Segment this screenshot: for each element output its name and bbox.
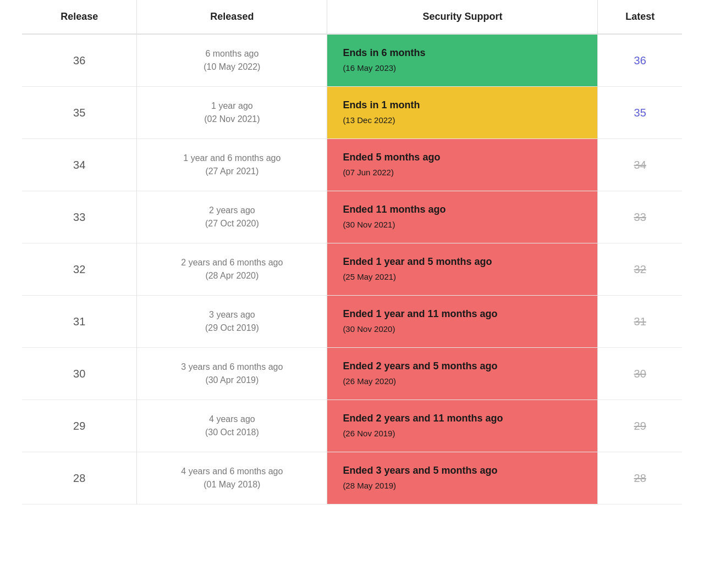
latest-link[interactable]: 35 bbox=[634, 107, 646, 119]
released-cell: 2 years ago(27 Oct 2020) bbox=[137, 191, 327, 243]
security-date: (30 Nov 2021) bbox=[343, 220, 395, 229]
security-cell: Ended 3 years and 5 months ago(28 May 20… bbox=[327, 452, 598, 504]
table-row: 366 months ago(10 May 2022)Ends in 6 mon… bbox=[22, 34, 682, 87]
released-cell: 1 year ago(02 Nov 2021) bbox=[137, 87, 327, 139]
security-date: (25 May 2021) bbox=[343, 272, 396, 281]
table-row: 294 years ago(30 Oct 2018)Ended 2 years … bbox=[22, 400, 682, 452]
security-main: Ended 2 years and 11 months ago bbox=[343, 413, 503, 424]
released-date: (27 Oct 2020) bbox=[205, 219, 259, 228]
released-date: (29 Oct 2019) bbox=[205, 323, 259, 332]
latest-cell: 34 bbox=[598, 139, 682, 191]
release-cell: 36 bbox=[22, 34, 137, 87]
table-row: 322 years and 6 months ago(28 Apr 2020)E… bbox=[22, 243, 682, 296]
released-cell: 6 months ago(10 May 2022) bbox=[137, 34, 327, 87]
security-main: Ended 5 months ago bbox=[343, 152, 440, 163]
release-cell: 31 bbox=[22, 296, 137, 348]
released-ago: 4 years ago bbox=[209, 414, 255, 424]
security-date: (30 Nov 2020) bbox=[343, 324, 395, 334]
released-ago: 2 years and 6 months ago bbox=[181, 258, 283, 267]
released-cell: 4 years ago(30 Oct 2018) bbox=[137, 400, 327, 452]
col-header-security: Security Support bbox=[327, 0, 598, 34]
latest-cell: 31 bbox=[598, 296, 682, 348]
released-ago: 3 years ago bbox=[209, 310, 255, 319]
released-ago: 2 years ago bbox=[209, 206, 255, 215]
security-date: (13 Dec 2022) bbox=[343, 115, 395, 125]
security-cell: Ended 2 years and 5 months ago(26 May 20… bbox=[327, 348, 598, 400]
released-cell: 2 years and 6 months ago(28 Apr 2020) bbox=[137, 243, 327, 296]
release-cell: 33 bbox=[22, 191, 137, 243]
security-cell: Ends in 6 months(16 May 2023) bbox=[327, 34, 598, 87]
released-date: (28 Apr 2020) bbox=[205, 271, 258, 280]
latest-cell[interactable]: 35 bbox=[598, 87, 682, 139]
release-cell: 28 bbox=[22, 452, 137, 504]
released-date: (30 Oct 2018) bbox=[205, 428, 259, 437]
col-header-released: Released bbox=[137, 0, 327, 34]
released-cell: 3 years and 6 months ago(30 Apr 2019) bbox=[137, 348, 327, 400]
latest-cell[interactable]: 36 bbox=[598, 34, 682, 87]
security-cell: Ended 11 months ago(30 Nov 2021) bbox=[327, 191, 598, 243]
table-row: 303 years and 6 months ago(30 Apr 2019)E… bbox=[22, 348, 682, 400]
released-date: (01 May 2018) bbox=[204, 480, 260, 489]
latest-cell: 32 bbox=[598, 243, 682, 296]
table-row: 351 year ago(02 Nov 2021)Ends in 1 month… bbox=[22, 87, 682, 139]
table-row: 284 years and 6 months ago(01 May 2018)E… bbox=[22, 452, 682, 504]
latest-cell: 29 bbox=[598, 400, 682, 452]
released-date: (27 Apr 2021) bbox=[205, 167, 258, 176]
security-date: (26 May 2020) bbox=[343, 376, 396, 386]
released-cell: 3 years ago(29 Oct 2019) bbox=[137, 296, 327, 348]
security-main: Ended 1 year and 11 months ago bbox=[343, 308, 497, 319]
latest-cell: 33 bbox=[598, 191, 682, 243]
release-cell: 30 bbox=[22, 348, 137, 400]
latest-cell: 30 bbox=[598, 348, 682, 400]
latest-strikethrough: 30 bbox=[634, 368, 646, 380]
security-date: (16 May 2023) bbox=[343, 63, 396, 73]
security-main: Ended 1 year and 5 months ago bbox=[343, 256, 492, 267]
released-date: (10 May 2022) bbox=[204, 62, 260, 71]
release-cell: 29 bbox=[22, 400, 137, 452]
latest-strikethrough: 33 bbox=[634, 211, 646, 223]
security-cell: Ended 2 years and 11 months ago(26 Nov 2… bbox=[327, 400, 598, 452]
table-row: 332 years ago(27 Oct 2020)Ended 11 month… bbox=[22, 191, 682, 243]
latest-strikethrough: 29 bbox=[634, 420, 646, 432]
latest-strikethrough: 28 bbox=[634, 472, 646, 484]
security-date: (28 May 2019) bbox=[343, 481, 396, 490]
security-main: Ended 11 months ago bbox=[343, 204, 446, 215]
security-cell: Ends in 1 month(13 Dec 2022) bbox=[327, 87, 598, 139]
latest-cell: 28 bbox=[598, 452, 682, 504]
table-row: 341 year and 6 months ago(27 Apr 2021)En… bbox=[22, 139, 682, 191]
latest-strikethrough: 31 bbox=[634, 315, 646, 328]
latest-strikethrough: 34 bbox=[634, 159, 646, 171]
col-header-latest: Latest bbox=[598, 0, 682, 34]
released-date: (02 Nov 2021) bbox=[204, 114, 260, 124]
released-cell: 4 years and 6 months ago(01 May 2018) bbox=[137, 452, 327, 504]
col-header-release: Release bbox=[22, 0, 137, 34]
security-main: Ends in 6 months bbox=[343, 47, 425, 58]
security-main: Ended 2 years and 5 months ago bbox=[343, 360, 497, 371]
released-cell: 1 year and 6 months ago(27 Apr 2021) bbox=[137, 139, 327, 191]
release-cell: 32 bbox=[22, 243, 137, 296]
release-cell: 35 bbox=[22, 87, 137, 139]
security-main: Ended 3 years and 5 months ago bbox=[343, 465, 497, 476]
security-date: (07 Jun 2022) bbox=[343, 168, 394, 177]
latest-link[interactable]: 36 bbox=[634, 54, 646, 66]
security-date: (26 Nov 2019) bbox=[343, 429, 395, 438]
released-ago: 4 years and 6 months ago bbox=[181, 467, 283, 476]
table-row: 313 years ago(29 Oct 2019)Ended 1 year a… bbox=[22, 296, 682, 348]
released-date: (30 Apr 2019) bbox=[205, 375, 258, 385]
security-cell: Ended 1 year and 5 months ago(25 May 202… bbox=[327, 243, 598, 296]
latest-strikethrough: 32 bbox=[634, 263, 646, 275]
security-cell: Ended 5 months ago(07 Jun 2022) bbox=[327, 139, 598, 191]
released-ago: 3 years and 6 months ago bbox=[181, 362, 283, 371]
security-main: Ends in 1 month bbox=[343, 99, 420, 110]
released-ago: 6 months ago bbox=[205, 49, 258, 58]
release-cell: 34 bbox=[22, 139, 137, 191]
released-ago: 1 year ago bbox=[211, 101, 253, 110]
security-cell: Ended 1 year and 11 months ago(30 Nov 20… bbox=[327, 296, 598, 348]
released-ago: 1 year and 6 months ago bbox=[183, 153, 280, 163]
release-table: Release Released Security Support Latest… bbox=[22, 0, 682, 504]
